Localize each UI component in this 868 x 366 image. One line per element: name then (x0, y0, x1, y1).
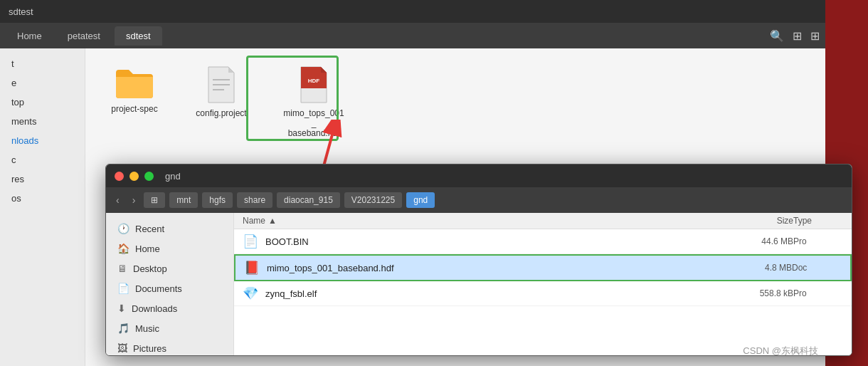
file-list-header: Name ▲ Size Type (234, 213, 852, 229)
sidebar-item-downloads[interactable]: ⬇ Downloads (106, 298, 233, 318)
file-name-elf: zynq_fsbl.elf (265, 288, 729, 299)
file-size-elf: 558.8 kB (729, 288, 793, 298)
breadcrumb-hgfs[interactable]: hgfs (202, 192, 233, 208)
bg-tab-home[interactable]: Home (6, 26, 53, 46)
grid-view-icon[interactable]: ⊞ (810, 29, 820, 43)
breadcrumb-v20231225[interactable]: V20231225 (344, 192, 402, 208)
file-icon-project-spec[interactable]: project-spec (102, 66, 166, 114)
sidebar-item-ments[interactable]: ments (0, 112, 85, 131)
sidebar-label-downloads: Downloads (132, 303, 177, 314)
col-header-name[interactable]: Name ▲ (243, 216, 729, 226)
recent-icon: 🕐 (117, 223, 129, 234)
home-icon: 🏠 (117, 243, 129, 254)
fg-toolbar: ‹ › ⊞ mnt hgfs share diaocan_915 V202312… (106, 187, 852, 213)
fg-main: Name ▲ Size Type 📄 BOOT.BIN 44.6 MB Pro … (234, 213, 852, 355)
col-header-size[interactable]: Size (729, 216, 793, 226)
file-size-bootbin: 44.6 MB (729, 236, 793, 246)
sidebar-label-home: Home (135, 244, 160, 254)
file-type-elf: Pro (793, 288, 843, 298)
sidebar-item-c[interactable]: c (0, 150, 85, 169)
fg-window: gnd ‹ › ⊞ mnt hgfs share diaocan_915 V20… (105, 164, 852, 356)
file-icon-hdf-row: 📕 (244, 260, 260, 276)
col-header-type[interactable]: Type (793, 216, 843, 226)
documents-icon: 📄 (117, 283, 129, 294)
bg-titlebar: sdtest (0, 0, 825, 23)
sidebar-item-desktop[interactable]: 🖥 Desktop (106, 258, 233, 278)
sidebar-item-home[interactable]: 🏠 Home (106, 239, 233, 258)
bg-tab-sdtest[interactable]: sdtest (115, 26, 162, 46)
fg-titlebar: gnd (106, 164, 852, 187)
bg-title: sdtest (9, 6, 33, 17)
bg-sidebar: t e top ments nloads c res os (0, 48, 85, 366)
close-button[interactable] (115, 172, 124, 181)
file-label-project-spec: project-spec (111, 104, 157, 114)
fg-content: 🕐 Recent 🏠 Home 🖥 Desktop 📄 Documents ⬇ … (106, 213, 852, 355)
sidebar-item-os[interactable]: os (0, 189, 85, 208)
file-icon-bootbin: 📄 (243, 234, 258, 249)
back-button[interactable]: ‹ (112, 192, 124, 209)
forward-button[interactable]: › (128, 192, 140, 209)
file-icon-elf: 💎 (243, 286, 258, 301)
table-row[interactable]: 📄 BOOT.BIN 44.6 MB Pro (234, 229, 852, 254)
pictures-icon: 🖼 (117, 343, 127, 354)
sidebar-item-pictures[interactable]: 🖼 Pictures (106, 338, 233, 355)
fg-sidebar: 🕐 Recent 🏠 Home 🖥 Desktop 📄 Documents ⬇ … (106, 213, 234, 355)
sidebar-label-documents: Documents (135, 283, 182, 294)
sidebar-label-music: Music (135, 323, 159, 334)
folder-icon (115, 66, 154, 100)
file-name-hdf: mimo_tops_001_baseband.hdf (267, 263, 728, 273)
music-icon: 🎵 (117, 323, 129, 334)
sidebar-item-e[interactable]: e (0, 73, 85, 93)
sidebar-item-documents[interactable]: 📄 Documents (106, 278, 233, 298)
window-title: gnd (165, 171, 181, 182)
sidebar-item-music[interactable]: 🎵 Music (106, 318, 233, 338)
file-type-bootbin: Pro (793, 236, 843, 246)
sidebar-item-res[interactable]: res (0, 169, 85, 189)
sidebar-label-desktop: Desktop (133, 263, 167, 274)
doc-icon (206, 66, 237, 104)
desktop-icon: 🖥 (117, 263, 127, 274)
breadcrumb-gnd[interactable]: gnd (406, 192, 435, 208)
downloads-icon: ⬇ (117, 303, 126, 314)
file-type-hdf: Doc (792, 263, 842, 273)
breadcrumb-mnt[interactable]: mnt (169, 192, 198, 208)
maximize-button[interactable] (144, 172, 154, 181)
file-name-bootbin: BOOT.BIN (265, 236, 729, 247)
svg-text:HDF: HDF (308, 78, 320, 84)
file-icon-config[interactable]: config.project (189, 66, 253, 118)
sort-icon: ▲ (268, 216, 277, 226)
breadcrumb-share[interactable]: share (237, 192, 272, 208)
sidebar-label-pictures: Pictures (133, 343, 166, 354)
search-icon[interactable]: 🔍 (770, 29, 784, 43)
bg-tab-icons: 🔍 ⊞ ⊞ (770, 29, 820, 43)
sidebar-item-recent[interactable]: 🕐 Recent (106, 219, 233, 239)
bg-tabs: Home petatest sdtest 🔍 ⊞ ⊞ (0, 23, 825, 48)
file-icons-row: project-spec config.project (102, 66, 808, 138)
breadcrumb-history[interactable]: ⊞ (144, 192, 165, 208)
sidebar-item-top[interactable]: top (0, 93, 85, 112)
list-view-icon[interactable]: ⊞ (793, 29, 802, 43)
breadcrumb-diaocan[interactable]: diaocan_915 (277, 192, 340, 208)
sidebar-label-recent: Recent (135, 224, 164, 234)
sidebar-item-t[interactable]: t (0, 54, 85, 73)
bg-tab-petatest[interactable]: petatest (56, 26, 112, 46)
file-size-hdf: 4.8 MB (728, 263, 792, 273)
table-row[interactable]: 📕 mimo_tops_001_baseband.hdf 4.8 MB Doc (234, 254, 852, 281)
minimize-button[interactable] (129, 172, 139, 181)
file-label-config: config.project (196, 108, 246, 118)
sidebar-item-nloads[interactable]: nloads (0, 131, 85, 150)
hdf-icon: HDF (298, 66, 329, 104)
table-row[interactable]: 💎 zynq_fsbl.elf 558.8 kB Pro (234, 281, 852, 306)
